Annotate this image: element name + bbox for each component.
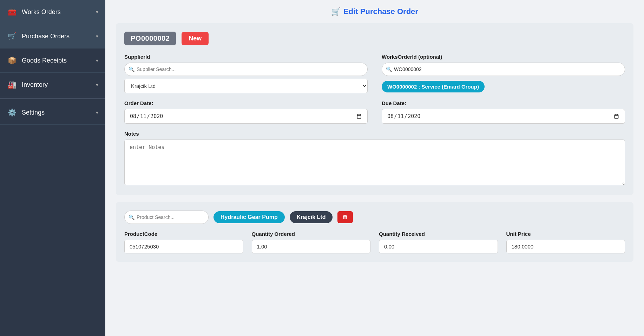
sidebar-item-label: Inventory <box>22 81 48 89</box>
status-badge: New <box>182 32 209 45</box>
unit-price-col: Unit Price <box>506 231 625 253</box>
works-order-search-icon: 🔍 <box>386 66 392 72</box>
goods-receipts-icon: 📦 <box>7 56 17 65</box>
due-date-label: Due Date: <box>382 100 625 106</box>
sidebar: 🧰 Works Orders ▾ 🛒 Purchase Orders ▾ 📦 G… <box>0 0 105 336</box>
qty-ordered-col: Quantity Ordered <box>252 231 371 253</box>
order-date-label: Order Date: <box>124 100 368 106</box>
unit-price-label: Unit Price <box>506 231 625 237</box>
purchase-orders-icon: 🛒 <box>7 32 17 40</box>
qty-received-col: Quantity Received <box>379 231 498 253</box>
product-fields-row: ProductCode Quantity Ordered Quantity Re… <box>124 231 625 253</box>
page-title-icon: 🛒 <box>331 7 341 16</box>
chevron-down-icon: ▾ <box>96 33 98 39</box>
product-search-icon: 🔍 <box>129 214 134 220</box>
supplier-search-icon: 🔍 <box>129 66 134 72</box>
delete-icon: 🗑 <box>342 214 348 220</box>
notes-section: Notes <box>124 131 625 187</box>
settings-icon: ⚙️ <box>7 108 17 117</box>
sidebar-item-purchase-orders[interactable]: 🛒 Purchase Orders ▾ <box>0 24 105 49</box>
order-date-input[interactable] <box>124 109 368 124</box>
supplier-label: SupplierId <box>124 54 368 60</box>
inventory-icon: 🏭 <box>7 80 17 89</box>
qty-ordered-label: Quantity Ordered <box>252 231 371 237</box>
chevron-down-icon: ▾ <box>96 58 98 63</box>
qty-ordered-input[interactable] <box>252 240 371 253</box>
product-card: 🔍 Hydraulic Gear Pump Krajcik Ltd 🗑 Prod… <box>116 202 633 262</box>
product-search-wrap: 🔍 <box>124 211 209 224</box>
product-code-label: ProductCode <box>124 231 243 237</box>
due-date-input[interactable] <box>382 109 625 124</box>
product-search-input[interactable] <box>124 211 209 224</box>
works-order-label: WorksOrderId (optional) <box>382 54 625 60</box>
po-number-badge: PO0000002 <box>124 32 176 45</box>
page-title: 🛒 Edit Purchase Order <box>116 7 633 16</box>
sidebar-item-works-orders[interactable]: 🧰 Works Orders ▾ <box>0 0 105 24</box>
notes-textarea[interactable] <box>124 140 625 185</box>
order-date-col: Order Date: <box>124 100 368 124</box>
product-tag: Hydraulic Gear Pump <box>213 211 285 223</box>
sidebar-item-settings[interactable]: ⚙️ Settings ▾ <box>0 101 105 125</box>
product-code-col: ProductCode <box>124 231 243 253</box>
product-search-row: 🔍 Hydraulic Gear Pump Krajcik Ltd 🗑 <box>124 211 625 224</box>
product-supplier-tag: Krajcik Ltd <box>290 211 333 223</box>
supplier-search-input[interactable] <box>124 63 368 76</box>
po-header: PO0000002 New <box>124 32 625 45</box>
works-order-search-wrap: 🔍 <box>382 63 625 76</box>
sidebar-item-label: Purchase Orders <box>22 33 70 40</box>
due-date-col: Due Date: <box>382 100 625 124</box>
qty-received-label: Quantity Received <box>379 231 498 237</box>
supplier-search-wrap: 🔍 <box>124 63 368 76</box>
works-orders-icon: 🧰 <box>7 8 17 16</box>
works-order-col: WorksOrderId (optional) 🔍 WO0000002 : Se… <box>382 54 625 93</box>
chevron-down-icon: ▾ <box>96 110 98 115</box>
unit-price-input[interactable] <box>506 240 625 253</box>
main-content: 🛒 Edit Purchase Order PO0000002 New Supp… <box>105 0 644 336</box>
supplier-works-order-row: SupplierId 🔍 Krajcik Ltd WorksOrderId (o… <box>124 54 625 93</box>
sidebar-item-goods-receipts[interactable]: 📦 Goods Receipts ▾ <box>0 49 105 73</box>
works-order-search-input[interactable] <box>382 63 625 76</box>
notes-label: Notes <box>124 131 625 137</box>
delete-product-button[interactable]: 🗑 <box>337 211 353 223</box>
sidebar-item-inventory[interactable]: 🏭 Inventory ▾ <box>0 73 105 97</box>
chevron-down-icon: ▾ <box>96 9 98 15</box>
sidebar-item-label: Works Orders <box>22 8 61 16</box>
works-order-tag: WO0000002 : Service (Emard Group) <box>382 81 485 92</box>
product-code-input[interactable] <box>124 240 243 253</box>
chevron-down-icon: ▾ <box>96 82 98 88</box>
dates-row: Order Date: Due Date: <box>124 100 625 124</box>
supplier-col: SupplierId 🔍 Krajcik Ltd <box>124 54 368 93</box>
supplier-select[interactable]: Krajcik Ltd <box>124 79 368 93</box>
purchase-order-form-card: PO0000002 New SupplierId 🔍 Krajcik Ltd W… <box>116 23 633 195</box>
qty-received-input[interactable] <box>379 240 498 253</box>
sidebar-item-label: Goods Receipts <box>22 57 67 64</box>
sidebar-item-label: Settings <box>22 109 45 116</box>
